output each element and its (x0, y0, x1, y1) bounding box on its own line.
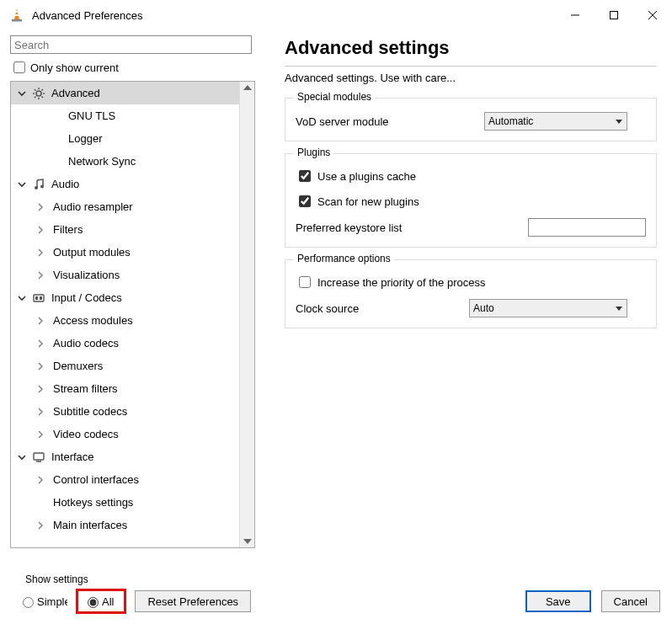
show-settings-label: Show settings (25, 573, 88, 585)
chevron-right-icon[interactable] (35, 201, 46, 213)
svg-rect-2 (14, 14, 19, 16)
tree-item[interactable]: Hotkeys settings (11, 491, 239, 514)
maximize-button[interactable] (595, 3, 633, 27)
tree-item[interactable]: Filters (11, 218, 239, 241)
radio-all[interactable]: All (83, 595, 114, 608)
chevron-down-icon[interactable] (16, 292, 28, 304)
tree-item-label: Interface (51, 451, 94, 463)
svg-line-15 (35, 96, 36, 98)
tree-item[interactable]: Demuxers (11, 355, 239, 377)
group-performance: Performance options Increase the priorit… (285, 259, 657, 328)
svg-line-14 (42, 96, 44, 98)
tree-item[interactable]: Control interfaces (11, 468, 239, 491)
tree-item-label: Video codecs (53, 428, 119, 440)
tree-item[interactable]: Input / Codecs (11, 286, 239, 309)
chevron-right-icon[interactable] (35, 224, 46, 236)
only-show-current-label: Only show current (30, 61, 119, 74)
group-legend: Plugins (294, 147, 333, 158)
tree-item[interactable]: Subtitle codecs (11, 400, 239, 423)
tree-item-label: Access modules (53, 314, 133, 327)
cancel-button[interactable]: Cancel (601, 590, 660, 612)
svg-rect-22 (40, 296, 42, 300)
tree-item-label: Filters (53, 223, 83, 236)
tree-item[interactable]: Audio resampler (11, 195, 239, 218)
tree-item-label: Control interfaces (53, 473, 139, 486)
reset-preferences-button[interactable]: Reset Preferences (135, 590, 251, 612)
radio-simple[interactable]: Simple (19, 595, 67, 608)
chevron-right-icon[interactable] (35, 360, 46, 372)
tree-item[interactable]: Advanced (11, 82, 239, 104)
vod-select[interactable]: Automatic (484, 112, 627, 131)
tree-item[interactable]: Visualizations (11, 264, 239, 286)
tree-item-label: Audio (51, 178, 79, 190)
chevron-right-icon[interactable] (35, 520, 46, 531)
svg-rect-3 (12, 19, 22, 22)
tree-item-label: Logger (68, 132, 102, 145)
tree-item[interactable]: Stream filters (11, 377, 239, 400)
svg-rect-5 (611, 12, 618, 19)
bottom-bar: Show settings Simple All Reset Preferenc… (0, 579, 672, 624)
tree-item[interactable]: Network Sync (11, 150, 239, 173)
tree-item[interactable]: Main interfaces (11, 514, 239, 536)
svg-marker-0 (14, 8, 19, 19)
window-title: Advanced Preferences (32, 9, 143, 22)
tree-scrollbar[interactable] (239, 82, 254, 547)
tree-item[interactable]: Logger (11, 127, 239, 150)
tree-item[interactable]: Video codecs (11, 423, 239, 445)
close-button[interactable] (633, 3, 672, 27)
keystore-label: Preferred keystore list (296, 221, 484, 234)
tree-item-label: Subtitle codecs (53, 405, 127, 418)
scan-plugins-checkbox[interactable] (299, 195, 311, 207)
group-special-modules: Special modules VoD server module Automa… (285, 98, 657, 141)
tree-item-label: Hotkeys settings (53, 496, 133, 509)
chevron-right-icon[interactable] (35, 406, 46, 418)
tree-item-label: Visualizations (53, 269, 120, 281)
tree-item[interactable]: GNU TLS (11, 104, 239, 127)
chevron-right-icon[interactable] (35, 315, 46, 327)
svg-rect-23 (34, 453, 44, 460)
clock-label: Clock source (296, 302, 469, 315)
gear-icon (31, 86, 46, 101)
tree-item[interactable]: Access modules (11, 309, 239, 332)
tree-item-label: GNU TLS (68, 109, 115, 122)
tree-item-label: Input / Codecs (51, 291, 122, 304)
chevron-right-icon[interactable] (35, 383, 46, 395)
tree-item-label: Advanced (51, 87, 100, 99)
chevron-right-icon[interactable] (35, 429, 46, 440)
clock-select[interactable]: Auto (469, 299, 627, 317)
tree-item[interactable]: Audio codecs (11, 332, 239, 355)
svg-line-13 (35, 89, 36, 91)
music-icon (31, 177, 46, 192)
titlebar: Advanced Preferences (0, 0, 672, 30)
scroll-down-icon[interactable] (241, 536, 254, 547)
chevron-down-icon[interactable] (16, 451, 28, 463)
tree-item[interactable]: Interface (11, 445, 239, 468)
chevron-right-icon[interactable] (35, 247, 46, 259)
minimize-button[interactable] (556, 3, 595, 27)
svg-rect-21 (35, 296, 38, 300)
priority-label: Increase the priority of the process (317, 276, 485, 289)
priority-checkbox[interactable] (299, 276, 311, 288)
group-legend: Performance options (294, 253, 394, 264)
only-show-current-checkbox[interactable]: Only show current (10, 59, 269, 76)
all-highlight: All (76, 589, 126, 614)
tree-item[interactable]: Audio (11, 173, 239, 195)
keystore-input[interactable] (528, 218, 646, 237)
svg-marker-26 (243, 539, 252, 544)
search-input[interactable] (10, 35, 252, 54)
plugins-cache-label: Use a plugins cache (317, 170, 416, 183)
tree-item[interactable]: Output modules (11, 241, 239, 264)
chevron-down-icon[interactable] (16, 179, 28, 190)
tree-item-label: Audio resampler (53, 200, 133, 213)
codec-icon (31, 291, 46, 306)
svg-marker-25 (243, 85, 252, 90)
scroll-up-icon[interactable] (241, 83, 254, 93)
chevron-right-icon[interactable] (35, 338, 46, 349)
svg-point-18 (40, 184, 44, 188)
chevron-right-icon[interactable] (35, 269, 46, 281)
plugins-cache-checkbox[interactable] (299, 170, 311, 182)
chevron-down-icon[interactable] (16, 88, 28, 99)
chevron-right-icon[interactable] (35, 474, 46, 486)
save-button[interactable]: Save (525, 590, 591, 612)
tree-item-label: Network Sync (68, 155, 136, 168)
